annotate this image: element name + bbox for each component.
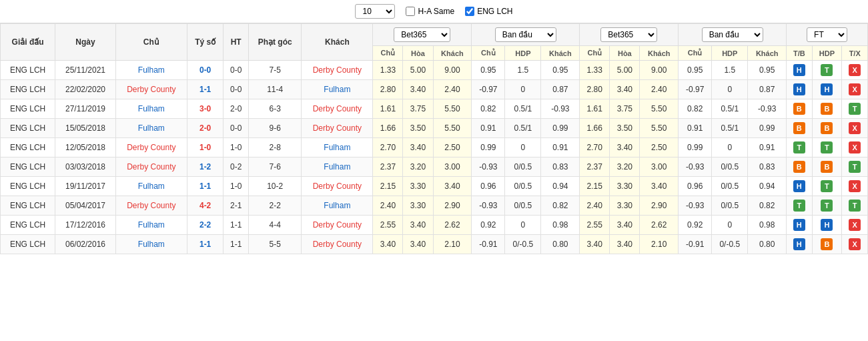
cell-chu[interactable]: Derby County [115,80,187,99]
cell-badge2: T [812,177,842,196]
cell-o8: 3.40 [610,216,640,235]
cell-o2: 5.00 [403,61,433,80]
cell-chu[interactable]: Fulham [115,216,187,235]
cell-o1: 2.80 [373,80,403,99]
cell-chu[interactable]: Fulham [115,99,187,119]
cell-badge2: T [812,138,842,157]
cell-phat-goc: 6-3 [249,99,302,119]
cell-khach[interactable]: Derby County [302,99,373,119]
cell-o10: -0.97 [679,80,712,99]
cell-ngay: 27/11/2019 [55,99,116,119]
cell-ngay: 17/12/2016 [55,216,116,235]
sub-khach-1: Khách [433,46,472,61]
cell-chu[interactable]: Derby County [115,157,187,177]
table-row: ENG LCH 06/02/2016 Fulham 1-1 1-1 5-5 De… [1,235,868,254]
cell-ngay: 15/05/2018 [55,119,116,138]
cell-o10: 0.82 [679,99,712,119]
ha-same-checkbox[interactable] [406,7,415,16]
cell-o7: 3.40 [580,235,610,254]
cell-o11: 0 [712,138,748,157]
cell-o11: 0 [712,216,748,235]
cell-chu[interactable]: Derby County [115,196,187,216]
cell-o1: 2.55 [373,216,403,235]
cell-chu[interactable]: Derby County [115,138,187,157]
cell-badge1: B [787,157,812,177]
cell-khach[interactable]: Derby County [302,119,373,138]
cell-o2: 3.40 [403,235,433,254]
cell-badge3: T [842,157,868,177]
cell-ngay: 03/03/2018 [55,157,116,177]
cell-khach[interactable]: Derby County [302,235,373,254]
cell-khach[interactable]: Derby County [302,61,373,80]
cell-o3: 3.00 [433,157,472,177]
cell-khach[interactable]: Fulham [302,138,373,157]
cell-o1: 1.61 [373,99,403,119]
cell-badge2: H [812,216,842,235]
cell-khach[interactable]: Fulham [302,157,373,177]
cell-khach[interactable]: Derby County [302,216,373,235]
cell-badge1: H [787,235,812,254]
cell-o12: 0.98 [748,216,787,235]
cell-badge1: B [787,119,812,138]
cell-ngay: 19/11/2017 [55,177,116,196]
cell-o6: -0.93 [541,99,580,119]
bet365-1-select[interactable]: Bet365 [394,27,450,42]
cell-o10: -0.91 [679,235,712,254]
col-bet365-1: Bet365 [373,24,472,46]
cell-khach[interactable]: Fulham [302,80,373,99]
cell-o3: 9.00 [433,61,472,80]
col-giai-dau: Giải đấu [1,24,55,61]
cell-khach[interactable]: Derby County [302,177,373,196]
cell-badge3: X [842,235,868,254]
cell-chu[interactable]: Fulham [115,119,187,138]
table-row: ENG LCH 22/02/2020 Derby County 1-1 0-0 … [1,80,868,99]
cell-o11: 0.5/1 [712,119,748,138]
cell-giai-dau: ENG LCH [1,80,55,99]
cell-o8: 3.40 [610,235,640,254]
count-select[interactable]: 5 10 15 20 [355,4,395,19]
table-row: ENG LCH 19/11/2017 Fulham 1-1 1-0 10-2 D… [1,177,868,196]
cell-chu[interactable]: Fulham [115,177,187,196]
cell-o5: 0.5/1 [505,99,541,119]
cell-o4: -0.93 [472,157,505,177]
col-phat-goc: Phạt góc [249,24,302,61]
bet365-2-select[interactable]: Bet365 [600,27,657,42]
ban-dau-2-select[interactable]: Ban đầu [702,27,763,42]
cell-o6: 0.80 [541,235,580,254]
cell-o8: 3.50 [610,119,640,138]
ban-dau-1-select[interactable]: Ban đầu [495,27,556,42]
cell-o3: 3.40 [433,177,472,196]
cell-o6: 0.82 [541,196,580,216]
cell-tyso: 2-2 [187,216,224,235]
cell-o7: 1.61 [580,99,610,119]
cell-o3: 5.50 [433,99,472,119]
sub-chu-2: Chủ [472,46,505,61]
cell-o10: 0.96 [679,177,712,196]
cell-o7: 2.70 [580,138,610,157]
cell-o11: 0 [712,80,748,99]
sub-hoa-2: Hòa [610,46,640,61]
cell-badge2: B [812,157,842,177]
cell-o2: 3.40 [403,80,433,99]
cell-badge3: T [842,99,868,119]
cell-o9: 2.40 [640,80,679,99]
cell-giai-dau: ENG LCH [1,99,55,119]
cell-khach[interactable]: Fulham [302,196,373,216]
cell-tyso: 1-1 [187,80,224,99]
cell-chu[interactable]: Fulham [115,235,187,254]
ft-select[interactable]: FT [807,27,847,42]
cell-o11: 0/-0.5 [712,235,748,254]
cell-badge3: X [842,80,868,99]
eng-lch-checkbox[interactable] [465,7,474,16]
sub-chu-4: Chủ [679,46,712,61]
cell-o12: 0.82 [748,196,787,216]
cell-o6: 0.95 [541,61,580,80]
cell-badge3: T [842,196,868,216]
cell-chu[interactable]: Fulham [115,61,187,80]
sub-hoa: Hòa [403,46,433,61]
cell-o5: 0/0.5 [505,177,541,196]
cell-o1: 2.70 [373,138,403,157]
cell-badge2: H [812,80,842,99]
cell-giai-dau: ENG LCH [1,138,55,157]
cell-o9: 3.00 [640,157,679,177]
